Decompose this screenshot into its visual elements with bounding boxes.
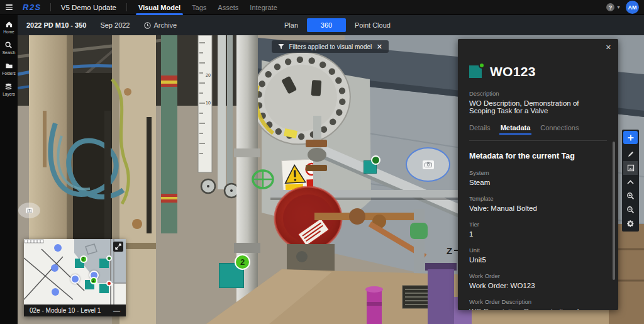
tab-integrate[interactable]: Integrate — [250, 0, 277, 15]
minimap-tag[interactable] — [99, 284, 109, 293]
archive-label: Archive — [154, 21, 177, 29]
minimap-tag-badge: 2 — [80, 255, 87, 263]
main-nav: Visual Model Tags Assets Integrate — [138, 0, 277, 15]
view-mode-360[interactable]: 360 — [307, 18, 346, 32]
scene-tag-badge — [371, 155, 380, 165]
metadata-heading: Metadata for the current Tag — [469, 152, 607, 160]
project-title: V5 Demo Update — [51, 4, 126, 11]
zoom-in-icon — [626, 192, 635, 200]
description-label: Description — [469, 90, 607, 97]
sidebar-item-folders[interactable]: Folders — [2, 62, 16, 75]
panorama-360-hotspot[interactable] — [18, 203, 40, 218]
scene-tag[interactable]: 2 — [219, 263, 244, 288]
minimap-tag[interactable] — [99, 259, 109, 268]
plus-icon — [627, 134, 635, 142]
zoom-out-button[interactable] — [623, 203, 638, 216]
context-bar: 2022 PD M10 - 350 Sep 2022 Archive Plan … — [0, 15, 644, 35]
minimap: 22 02e - Module 10 - Level 1 — — [24, 239, 126, 316]
panel-tab-details[interactable]: Details — [469, 124, 491, 135]
description-value: WO Description, Demonstration of Scoping… — [469, 99, 607, 115]
menu-icon[interactable] — [0, 0, 18, 15]
expand-icon — [115, 243, 121, 250]
minimap-expand-button[interactable] — [113, 242, 123, 252]
minimap-canvas[interactable]: 22 — [24, 239, 126, 304]
filter-icon — [278, 43, 284, 50]
view-mode-plan[interactable]: Plan — [275, 18, 307, 32]
zoom-out-icon — [626, 206, 635, 214]
tag-type-icon — [469, 65, 482, 78]
field-system: System Steam — [469, 169, 607, 186]
field-work-order: Work Order Work Order: WO123 — [469, 272, 607, 289]
field-work-order-description: Work Order Description WO Description, D… — [469, 298, 607, 310]
collapse-button[interactable] — [623, 175, 638, 189]
filter-close-icon[interactable]: ✕ — [377, 43, 382, 50]
svg-text:Z: Z — [447, 245, 452, 256]
snapshot-button[interactable] — [623, 161, 638, 175]
panel-tab-metadata[interactable]: Metadata — [501, 124, 531, 135]
panel-tab-connections[interactable]: Connections — [540, 124, 579, 135]
sidebar-item-search[interactable]: Search — [3, 41, 16, 55]
help-icon: ? — [606, 3, 614, 11]
tag-status-dot — [479, 62, 485, 69]
tab-visual-model[interactable]: Visual Model — [138, 0, 180, 15]
dataset-name: 2022 PD M10 - 350 — [26, 21, 86, 29]
divider — [469, 140, 607, 141]
minimap-floorplan — [24, 239, 126, 304]
panorama-360-hotspot[interactable] — [406, 147, 450, 182]
capture-date: Sep 2022 — [100, 21, 130, 29]
folder-icon — [5, 62, 13, 70]
minimap-tag-badge — [106, 281, 112, 286]
draw-button[interactable] — [623, 147, 638, 161]
minimap-360-location[interactable] — [51, 264, 58, 272]
divider — [126, 3, 127, 11]
top-header: R2S V5 Demo Update Visual Model Tags Ass… — [0, 0, 644, 15]
search-icon — [4, 41, 13, 49]
add-tag-button[interactable] — [623, 131, 638, 144]
r2s-logo: R2S — [18, 3, 50, 12]
tag-detail-panel: ✕ WO123 Description WO Description, Demo… — [458, 39, 618, 310]
help-menu[interactable]: ? ▼ — [606, 3, 621, 11]
minimap-360-location[interactable] — [52, 288, 59, 296]
filter-banner: Filters applied to visual model ✕ — [272, 40, 389, 53]
avatar[interactable]: AM — [626, 1, 639, 14]
panel-close-icon[interactable]: ✕ — [606, 44, 611, 51]
sidebar-item-layers[interactable]: Layers — [3, 82, 15, 96]
layers-icon — [4, 82, 13, 91]
minimap-360-location[interactable] — [54, 244, 62, 252]
panel-scrollbar[interactable] — [613, 142, 615, 280]
home-icon — [5, 20, 13, 28]
filter-banner-text: Filters applied to visual model — [284, 43, 377, 50]
pencil-icon — [627, 150, 635, 158]
field-template: Template Valve: Manual Bolted — [469, 195, 607, 212]
tab-assets[interactable]: Assets — [218, 0, 238, 15]
svg-text:10: 10 — [206, 101, 211, 105]
scene-tag[interactable] — [364, 160, 377, 174]
viewer-action-bar — [622, 130, 639, 232]
view-mode-toggle: Plan 360 Point Cloud — [275, 15, 399, 35]
tab-tags[interactable]: Tags — [192, 0, 206, 15]
settings-button[interactable] — [623, 216, 638, 230]
image-icon — [627, 164, 635, 172]
minimap-360-location[interactable] — [70, 274, 80, 284]
tag-title: WO123 — [490, 64, 536, 79]
view-mode-point-cloud[interactable]: Point Cloud — [346, 18, 399, 32]
svg-text:20: 20 — [206, 73, 211, 77]
minimap-tag[interactable]: 2 — [75, 259, 84, 268]
chevron-up-icon — [627, 180, 634, 184]
gear-icon — [626, 220, 635, 228]
sidebar-item-home[interactable]: Home — [3, 20, 14, 34]
chevron-down-icon: ▼ — [616, 5, 621, 9]
minimap-tag-badge: 2 — [90, 277, 97, 284]
panel-tabs: Details Metadata Connections — [469, 124, 607, 135]
minimap-label-bar: 02e - Module 10 - Level 1 — — [24, 304, 126, 316]
camera-icon — [26, 208, 33, 213]
minimap-location-label: 02e - Module 10 - Level 1 — [30, 307, 101, 314]
minimap-tag[interactable]: 2 — [85, 280, 94, 289]
field-tier: Tier 1 — [469, 221, 607, 238]
camera-icon — [423, 160, 434, 169]
zoom-in-button[interactable] — [623, 189, 638, 203]
minimap-tag-badge — [106, 255, 112, 261]
app-window: 20 10 — [0, 0, 644, 324]
minimap-scale-ruler — [25, 240, 43, 243]
archive-button[interactable]: Archive — [144, 21, 177, 29]
